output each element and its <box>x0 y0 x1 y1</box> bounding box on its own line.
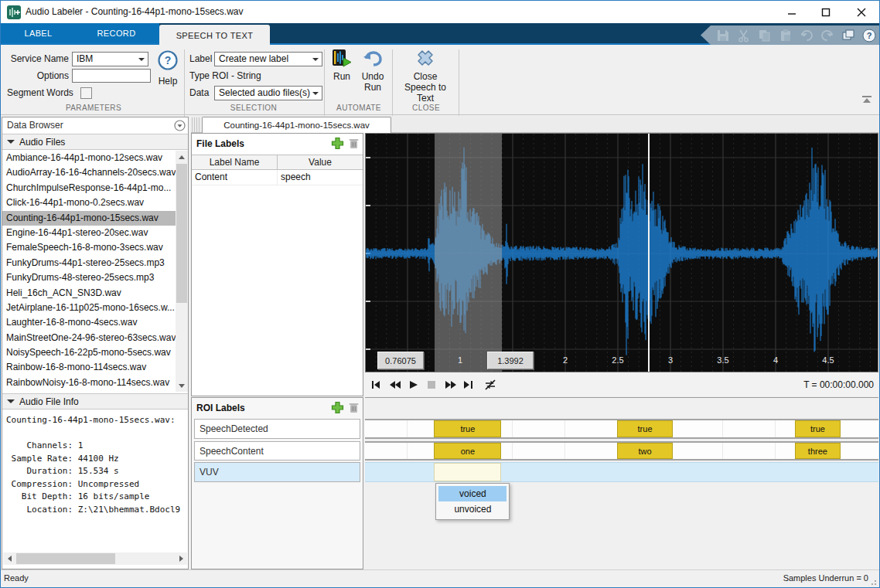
roi-segment[interactable]: true <box>795 420 841 437</box>
copy-icon[interactable] <box>758 29 772 42</box>
tab-speech-to-text[interactable]: SPEECH TO TEXT <box>159 25 270 46</box>
audio-file-list[interactable]: Ambiance-16-44p1-mono-12secs.wavAudioArr… <box>2 151 176 392</box>
scrollbar-thumb[interactable] <box>16 553 115 564</box>
svg-text:?: ? <box>165 54 172 66</box>
help-button[interactable]: ? Help <box>152 49 183 87</box>
waveform-plot[interactable]: 122.533.544.5 0.760751.3992 <box>365 133 878 372</box>
region-edge-time-badge[interactable]: 1.3992 <box>487 352 534 369</box>
chevron-down-icon <box>138 58 145 61</box>
roi-value-popup: voicedunvoiced <box>435 483 510 520</box>
roi-track-SpeechContent[interactable]: onetwothree <box>365 441 878 461</box>
document-tab[interactable]: Counting-16-44p1-mono-15secs.wav <box>202 117 391 133</box>
roi-label-item[interactable]: VUV <box>194 462 360 482</box>
service-name-combo[interactable]: IBM <box>72 52 148 66</box>
list-item[interactable]: FemaleSpeech-16-8-mono-3secs.wav <box>2 240 176 255</box>
undo-run-button[interactable]: Undo Run <box>358 48 387 93</box>
run-button-label: Run <box>333 71 350 82</box>
list-item[interactable]: FunkyDrums-48-stereo-25secs.mp3 <box>2 270 176 285</box>
play-button[interactable] <box>405 378 421 392</box>
region-edge-time-badge[interactable]: 0.76075 <box>377 352 424 369</box>
roi-segment[interactable]: true <box>434 420 501 437</box>
close-button[interactable] <box>844 1 878 23</box>
list-item[interactable]: Engine-16-44p1-stereo-20sec.wav <box>2 226 176 240</box>
scroll-right-icon[interactable] <box>175 552 187 565</box>
tab-record[interactable]: RECORD <box>76 23 157 43</box>
audio-file-info-section-header[interactable]: Audio File Info <box>2 393 188 410</box>
list-item[interactable]: Ambiance-16-44p1-mono-12secs.wav <box>2 151 176 165</box>
collapse-toolstrip-icon[interactable] <box>861 94 873 104</box>
list-item[interactable]: Rainbow-16-8-mono-114secs.wav <box>2 360 176 375</box>
roi-track-VUV[interactable] <box>365 462 878 482</box>
stop-button[interactable] <box>424 378 439 392</box>
segment-words-checkbox[interactable] <box>80 87 92 99</box>
roi-segment[interactable]: three <box>795 443 841 459</box>
column-header-value[interactable]: Value <box>278 155 363 169</box>
options-field[interactable] <box>72 69 151 83</box>
layout-icon[interactable] <box>841 29 855 42</box>
list-item[interactable]: ChurchImpulseResponse-16-44p1-mo... <box>2 181 176 195</box>
label-combo[interactable]: Create new label <box>214 52 322 66</box>
scroll-left-icon[interactable] <box>3 552 15 565</box>
roi-track-SpeechDetected[interactable]: truetruetrue <box>365 419 878 439</box>
redo-icon[interactable] <box>820 29 834 42</box>
roi-segment[interactable]: one <box>434 443 501 459</box>
roi-segment[interactable]: two <box>617 443 673 459</box>
list-item[interactable]: RainbowNoisy-16-8-mono-114secs.wav <box>2 376 176 390</box>
help-icon[interactable]: ? <box>862 29 876 42</box>
data-combo[interactable]: Selected audio files(s) <box>214 86 322 100</box>
maximize-button[interactable] <box>809 1 843 23</box>
paste-icon[interactable] <box>779 29 793 42</box>
list-item[interactable]: Laughter-16-8-mono-4secs.wav <box>2 315 176 330</box>
label-name-cell[interactable]: Content <box>192 170 278 185</box>
rewind-button[interactable] <box>387 378 402 392</box>
loop-playback-off-button[interactable] <box>483 378 498 392</box>
list-item[interactable]: JetAirplane-16-11p025-mono-16secs.w... <box>2 301 176 315</box>
selected-region-overlay[interactable] <box>435 134 502 372</box>
save-icon[interactable] <box>716 29 730 42</box>
popup-option-unvoiced[interactable]: unvoiced <box>438 501 507 517</box>
tab-label[interactable]: LABEL <box>1 23 76 43</box>
list-item[interactable]: AudioArray-16-16-4channels-20secs.wav <box>2 165 176 180</box>
scroll-up-icon[interactable] <box>176 151 188 163</box>
scrollbar-thumb[interactable] <box>176 164 187 303</box>
add-file-label-icon[interactable] <box>331 137 344 150</box>
add-roi-label-icon[interactable] <box>331 401 344 414</box>
table-row[interactable]: Contentspeech <box>192 170 363 185</box>
column-header-label-name[interactable]: Label Name <box>192 155 278 169</box>
minimize-button[interactable] <box>775 1 809 23</box>
scroll-down-icon[interactable] <box>176 379 188 392</box>
info-scrollbar[interactable] <box>3 552 187 565</box>
roi-segment[interactable]: true <box>617 420 673 437</box>
x-axis-tick-label: 3 <box>668 355 673 365</box>
go-to-end-button[interactable] <box>461 378 476 392</box>
close-x-icon <box>415 48 435 68</box>
cut-icon[interactable] <box>737 29 751 42</box>
roi-timeline[interactable]: truetruetrueonetwothreevoicedunvoiced <box>365 397 878 569</box>
list-item[interactable]: Click-16-44p1-mono-0.2secs.wav <box>2 195 176 210</box>
audio-files-section-header[interactable]: Audio Files <box>2 134 188 150</box>
list-item[interactable]: Counting-16-44p1-mono-15secs.wav <box>2 211 176 226</box>
panel-menu-icon[interactable] <box>174 120 186 131</box>
close-speech-to-text-button[interactable]: Close Speech to Text <box>395 48 455 104</box>
list-item[interactable]: Heli_16ch_ACN_SN3D.wav <box>2 286 176 301</box>
list-item[interactable]: FunkyDrums-44p1-stereo-25secs.mp3 <box>2 256 176 270</box>
undo-icon[interactable] <box>800 29 813 42</box>
data-label: Data <box>189 87 209 98</box>
maximize-icon <box>821 8 831 17</box>
list-item[interactable]: MainStreetOne-24-96-stereo-63secs.wav <box>2 331 176 345</box>
list-item[interactable]: NoisySpeech-16-22p5-mono-5secs.wav <box>2 345 176 360</box>
drag-handle[interactable] <box>192 117 200 132</box>
file-list-scrollbar[interactable] <box>176 151 188 392</box>
roi-segment[interactable] <box>434 463 501 481</box>
fast-forward-button[interactable] <box>442 378 458 392</box>
go-to-start-button[interactable] <box>368 378 384 392</box>
roi-label-item[interactable]: SpeechContent <box>194 441 360 461</box>
roi-label-item[interactable]: SpeechDetected <box>194 419 360 439</box>
popup-option-voiced[interactable]: voiced <box>438 486 507 501</box>
status-bar: Ready Samples Underrun = 0 <box>1 569 879 586</box>
delete-file-label-icon[interactable] <box>347 137 360 150</box>
label-value-cell[interactable]: speech <box>278 170 363 185</box>
delete-roi-label-icon[interactable] <box>347 401 360 414</box>
resize-grip[interactable] <box>871 578 878 586</box>
run-button[interactable]: Run <box>330 48 353 82</box>
